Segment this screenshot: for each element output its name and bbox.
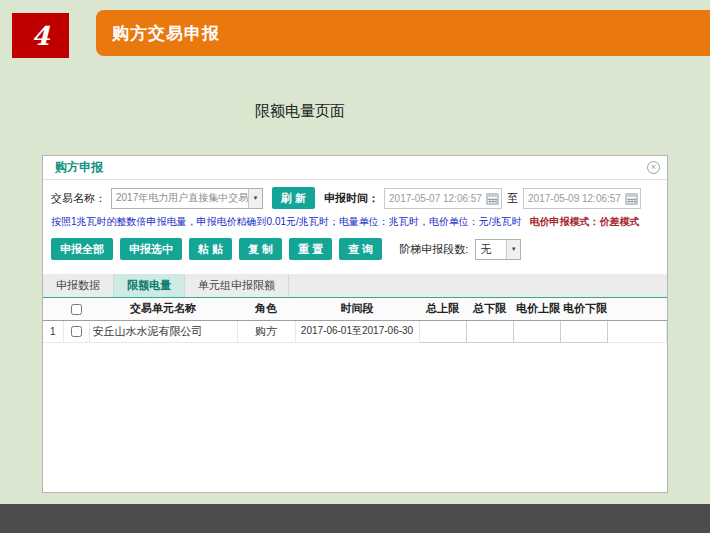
cell-period: 2017-06-01至2017-06-30 (295, 320, 419, 342)
to-label: 至 (507, 191, 518, 206)
row-checkbox[interactable] (71, 326, 82, 337)
time-to-input[interactable]: 2017-05-09 12:06:57 (523, 188, 641, 209)
trade-name-label: 交易名称： (51, 191, 106, 206)
cell-price-upper[interactable] (513, 320, 560, 342)
column-header-name: 交易单元名称 (89, 298, 237, 320)
slide-title-band: 购方交易申报 (96, 10, 710, 56)
dropdown-arrow-icon: ▼ (506, 240, 520, 259)
tab-bar: 申报数据 限额电量 单元组申报限额 (43, 274, 667, 298)
slide: 4 购方交易申报 限额电量页面 购方申报 × 交易名称： 2017年电力用户直接… (0, 0, 710, 533)
filler-cell (607, 320, 667, 342)
tab-declare-data[interactable]: 申报数据 (43, 274, 114, 297)
column-header-role: 角色 (237, 298, 295, 320)
close-icon[interactable]: × (647, 161, 660, 174)
rule-text: 按照1兆瓦时的整数倍申报电量，申报电价精确到0.01元/兆瓦时；电量单位：兆瓦时… (51, 216, 522, 227)
select-all-cell (63, 298, 89, 320)
column-header-period: 时间段 (295, 298, 419, 320)
declare-selected-button[interactable]: 申报选中 (120, 238, 182, 260)
row-select-cell (63, 320, 89, 342)
time-from-input[interactable]: 2017-05-07 12:06:57 (384, 188, 502, 209)
cell-total-lower[interactable] (466, 320, 513, 342)
footer-band (0, 504, 710, 533)
trade-name-selected-value: 2017年电力用户直接集中交易模拟 (112, 191, 248, 205)
calendar-icon[interactable] (486, 192, 499, 205)
refresh-button[interactable]: 刷 新 (272, 187, 315, 209)
slide-number: 4 (31, 21, 49, 51)
filter-form: 交易名称： 2017年电力用户直接集中交易模拟 ▼ 刷 新 申报时间： 2017… (43, 180, 667, 213)
paste-button[interactable]: 粘 贴 (189, 238, 232, 260)
slide-title: 购方交易申报 (112, 22, 220, 45)
dropdown-arrow-icon: ▼ (248, 189, 262, 208)
window-title: 购方申报 (55, 159, 103, 176)
column-header-total-upper: 总上限 (419, 298, 466, 320)
index-column-header (43, 298, 63, 320)
column-header-price-lower: 电价下限 (560, 298, 607, 320)
column-header-total-lower: 总下限 (466, 298, 513, 320)
cell-price-lower[interactable] (560, 320, 607, 342)
query-button[interactable]: 查 询 (339, 238, 382, 260)
select-all-checkbox[interactable] (71, 304, 82, 315)
slide-number-badge: 4 (12, 13, 69, 58)
filler-header (607, 298, 667, 320)
reset-button[interactable]: 重 置 (289, 238, 332, 260)
cell-role: 购方 (237, 320, 295, 342)
action-toolbar: 申报全部 申报选中 粘 贴 复 制 重 置 查 询 阶梯申报段数: 无 ▼ (43, 233, 667, 269)
cell-total-upper[interactable] (419, 320, 466, 342)
step-count-label: 阶梯申报段数: (399, 242, 468, 257)
price-mode-text: 电价申报模式：价差模式 (529, 216, 639, 227)
declare-all-button[interactable]: 申报全部 (51, 238, 113, 260)
time-from-value: 2017-05-07 12:06:57 (389, 193, 482, 204)
column-header-price-upper: 电价上限 (513, 298, 560, 320)
app-window: 购方申报 × 交易名称： 2017年电力用户直接集中交易模拟 ▼ 刷 新 申报时… (42, 155, 668, 493)
step-count-select[interactable]: 无 ▼ (475, 239, 521, 260)
row-index: 1 (43, 320, 63, 342)
calendar-icon[interactable] (625, 192, 638, 205)
table-row: 1 安丘山水水泥有限公司 购方 2017-06-01至2017-06-30 (43, 320, 667, 342)
time-to-value: 2017-05-09 12:06:57 (528, 193, 621, 204)
trade-name-select[interactable]: 2017年电力用户直接集中交易模拟 ▼ (111, 188, 263, 209)
declaration-rules-notice: 按照1兆瓦时的整数倍申报电量，申报电价精确到0.01元/兆瓦时；电量单位：兆瓦时… (43, 213, 667, 233)
cell-unit-name: 安丘山水水泥有限公司 (89, 320, 237, 342)
declare-time-label: 申报时间： (324, 191, 379, 206)
tab-unit-group-quota[interactable]: 单元组申报限额 (185, 274, 289, 297)
tab-quota-energy[interactable]: 限额电量 (114, 274, 185, 297)
copy-button[interactable]: 复 制 (239, 238, 282, 260)
caption: 限额电量页面 (0, 102, 600, 121)
window-titlebar: 购方申报 × (43, 156, 667, 180)
step-count-value: 无 (476, 242, 506, 257)
quota-table: 交易单元名称 角色 时间段 总上限 总下限 电价上限 电价下限 1 安丘山水水泥… (43, 298, 667, 343)
table-header-row: 交易单元名称 角色 时间段 总上限 总下限 电价上限 电价下限 (43, 298, 667, 320)
